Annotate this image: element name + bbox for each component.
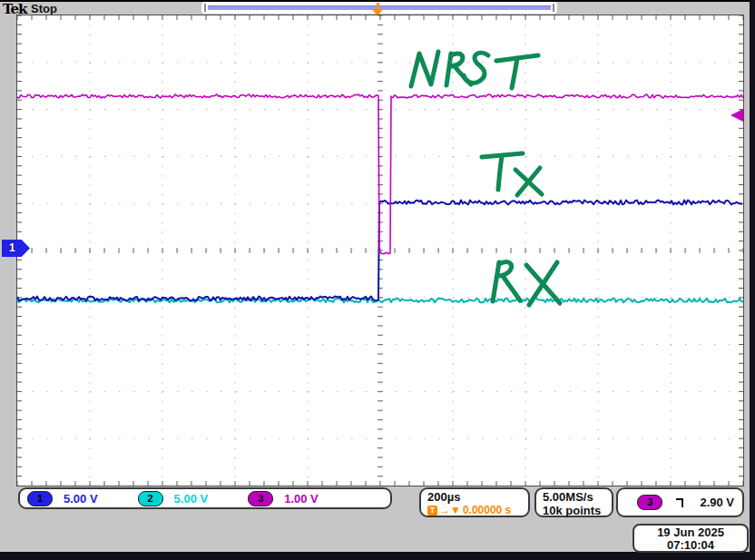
- annotation-nrst: [446, 54, 451, 85]
- trigger-t-icon: T: [427, 506, 437, 516]
- trigger-arrows-icon: →▼: [439, 504, 461, 516]
- channel3-readout[interactable]: 3 1.00 V: [248, 491, 319, 506]
- channel1-readout[interactable]: 1 5.00 V: [27, 491, 98, 506]
- datetime-display: 19 Jun 2025 07:10:04: [632, 524, 749, 553]
- timebase-scale: 200µs: [427, 490, 528, 504]
- channel1-scale: 5.00 V: [64, 492, 98, 506]
- channel2-badge: 2: [138, 491, 163, 506]
- time-text: 07:10:04: [634, 539, 747, 552]
- trigger-source-badge: 3: [637, 495, 662, 510]
- waveform-canvas: [17, 15, 743, 486]
- record-length: 10k points: [543, 504, 612, 517]
- trigger-level-value: 2.90 V: [700, 496, 734, 509]
- oscilloscope-screen: Tek Stop T 1 1 5.00 V 2 5.00 V 3 1.00 V …: [0, 0, 750, 552]
- annotation-rx: [499, 262, 512, 276]
- annotation-nrst: [464, 53, 488, 83]
- annotation-nrst: [512, 58, 517, 88]
- annotation-rx: [493, 262, 499, 301]
- falling-edge-icon: [675, 496, 687, 509]
- date-text: 19 Jun 2025: [634, 526, 747, 539]
- channel1-badge: 1: [27, 491, 53, 506]
- trigger-time-readout: T→▼0.00000 s: [427, 504, 528, 516]
- annotation-nrst: [451, 54, 463, 66]
- annotation-tx: [498, 156, 502, 190]
- trigger-time-value: 0.00000 s: [463, 504, 511, 516]
- top-bar: Tek Stop T: [0, 2, 750, 15]
- channel2-scale: 5.00 V: [174, 492, 209, 506]
- trigger-level-arrow[interactable]: [730, 109, 743, 122]
- waveform-display[interactable]: [16, 15, 744, 486]
- channel3-scale: 1.00 V: [284, 492, 319, 506]
- annotation-rx: [503, 276, 520, 300]
- trace-ch3-nrst: [17, 94, 743, 254]
- channel3-badge: 3: [248, 491, 273, 506]
- annotation-nrst: [411, 52, 438, 86]
- timebase-readout[interactable]: 200µs T→▼0.00000 s: [419, 487, 530, 517]
- trigger-readout[interactable]: 3 2.90 V: [616, 487, 744, 517]
- channel-scale-readouts[interactable]: 1 5.00 V 2 5.00 V 3 1.00 V: [18, 487, 392, 509]
- sample-rate: 5.00MS/s: [543, 490, 612, 504]
- acquisition-status: Stop: [31, 2, 57, 15]
- channel2-readout[interactable]: 2 5.00 V: [138, 491, 209, 506]
- acquisition-readout[interactable]: 5.00MS/s 10k points: [534, 487, 613, 517]
